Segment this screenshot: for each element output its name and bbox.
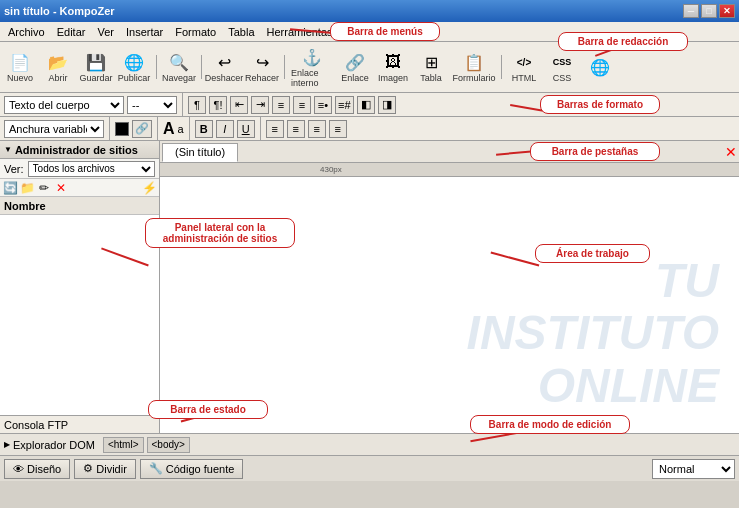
sidebar-file-list[interactable] [0,215,159,415]
tab-label: (Sin título) [175,146,225,158]
sidebar-header: ▼ Administrador de sitios [0,141,159,159]
menu-herramientas[interactable]: Herramientas [261,24,339,40]
sidebar-refresh-btn[interactable]: 🔄 [2,181,18,195]
font-size-small: a [178,123,184,135]
para-mark-btn2[interactable]: ¶! [209,96,227,114]
split-mode-btn[interactable]: ⚙ Dividir [74,459,136,479]
align-btn1[interactable]: ◧ [357,96,375,114]
editor-area[interactable]: TUINSTITUTOONLINE [160,177,739,433]
align-left-btn[interactable]: ≡ [266,120,284,138]
normal-select[interactable]: Normal Cabecera 1 Cabecera 2 Cabecera 3 [652,459,735,479]
enlace-button[interactable]: 🔗 Enlace [337,49,373,85]
tabla-button[interactable]: ⊞ Tabla [413,49,449,85]
bold-btn[interactable]: B [195,120,213,138]
tab-bar: (Sin título) ✕ [160,141,739,163]
style-select[interactable]: Texto del cuerpo [4,96,124,114]
sidebar-view-select[interactable]: Todos los archivos [28,161,155,177]
status-left: ▶ Explorador DOM <html> <body> [4,437,735,453]
underline-btn[interactable]: U [237,120,255,138]
color-swatch[interactable] [115,122,129,136]
mode-bar: 👁 Diseño ⚙ Dividir 🔧 Código fuente Norma… [0,455,739,481]
html-button[interactable]: </> HTML [506,49,542,85]
chain-link-btn[interactable]: 🔗 [132,120,152,138]
enlace-interno-button[interactable]: ⚓ Enlace interno [289,44,335,90]
html-tag-body[interactable]: <body> [147,437,190,453]
html-tags-area: <html> <body> [103,437,190,453]
sidebar-view-label: Ver: [4,163,24,175]
css-label: CSS [553,73,572,83]
html-tag-html[interactable]: <html> [103,437,144,453]
sidebar-toolbar: 🔄 📁 ✏ ✕ ⚡ [0,179,159,197]
imagen-icon: 🖼 [382,51,404,73]
navegar-button[interactable]: 🔍 Navegar [161,49,197,85]
publicar-label: Publicar [118,73,151,83]
html-icon: </> [513,51,535,73]
menu-archivo[interactable]: Archivo [2,24,51,40]
size-select[interactable]: -- [127,96,177,114]
sidebar-delete-btn[interactable]: ✕ [53,181,69,195]
title-bar: sin título - KompoZer ─ □ ✕ [0,0,739,22]
rehacer-button[interactable]: ↪ Rehacer [244,49,280,85]
sidebar-triangle-icon: ▼ [4,145,12,154]
menu-editar[interactable]: Editar [51,24,92,40]
navegar-icon: 🔍 [168,51,190,73]
nuevo-icon: 📄 [9,51,31,73]
deshacer-button[interactable]: ↩ Deshacer [206,49,242,85]
width-select[interactable]: Anchura variable [4,120,104,138]
para-mark-btn[interactable]: ¶ [188,96,206,114]
abrir-label: Abrir [48,73,67,83]
guardar-icon: 💾 [85,51,107,73]
abrir-button[interactable]: 📂 Abrir [40,49,76,85]
guardar-label: Guardar [79,73,112,83]
main-content: ▼ Administrador de sitios Ver: Todos los… [0,141,739,433]
dom-triangle-icon: ▶ [4,440,10,449]
list-btn4[interactable]: ≡# [335,96,354,114]
sidebar-title: Administrador de sitios [15,144,138,156]
menu-formato[interactable]: Formato [169,24,222,40]
sidebar-connect-btn[interactable]: ⚡ [141,181,157,195]
format2-sep-3 [189,117,190,141]
work-area: (Sin título) ✕ 430px TUINSTITUTOONLINE [160,141,739,433]
menu-tabla[interactable]: Tabla [222,24,260,40]
format2-sep-4 [260,117,261,141]
source-icon: 🔧 [149,462,163,475]
minimize-button[interactable]: ─ [683,4,699,18]
publicar-button[interactable]: 🌐 Publicar [116,49,152,85]
list-btn2[interactable]: ≡ [293,96,311,114]
nuevo-label: Nuevo [7,73,33,83]
tab-close-btn[interactable]: ✕ [725,144,737,160]
main-toolbar: 📄 Nuevo 📂 Abrir 💾 Guardar 🌐 Publicar 🔍 N… [0,42,739,93]
align-center-btn[interactable]: ≡ [287,120,305,138]
app-title: sin título - KompoZer [4,5,115,17]
maximize-button[interactable]: □ [701,4,717,18]
editor-bg-text: TUINSTITUTOONLINE [467,255,719,413]
menu-ver[interactable]: Ver [91,24,120,40]
indent-btn1[interactable]: ⇤ [230,96,248,114]
close-button[interactable]: ✕ [719,4,735,18]
design-mode-btn[interactable]: 👁 Diseño [4,459,70,479]
source-mode-btn[interactable]: 🔧 Código fuente [140,459,244,479]
italic-btn[interactable]: I [216,120,234,138]
rehacer-label: Rehacer [245,73,279,83]
dom-explorer-label[interactable]: Explorador DOM [13,439,95,451]
sidebar-edit-btn[interactable]: ✏ [36,181,52,195]
formulario-button[interactable]: 📋 Formulario [451,49,497,85]
menu-insertar[interactable]: Insertar [120,24,169,40]
align-right-btn[interactable]: ≡ [308,120,326,138]
align-justify-btn[interactable]: ≡ [329,120,347,138]
indent-btn2[interactable]: ⇥ [251,96,269,114]
menu-ayuda[interactable]: Ayuda [339,24,382,40]
sidebar-new-btn[interactable]: 📁 [19,181,35,195]
align-btn2[interactable]: ◨ [378,96,396,114]
imagen-button[interactable]: 🖼 Imagen [375,49,411,85]
guardar-button[interactable]: 💾 Guardar [78,49,114,85]
list-btn1[interactable]: ≡ [272,96,290,114]
toolbar-sep-3 [284,55,285,79]
list-btn3[interactable]: ≡• [314,96,332,114]
nuevo-button[interactable]: 📄 Nuevo [2,49,38,85]
dom-explorer: ▶ Explorador DOM [4,439,95,451]
css-button[interactable]: CSS CSS [544,49,580,85]
tab-sin-titulo[interactable]: (Sin título) [162,143,238,162]
web-button[interactable]: 🌐 [582,54,618,80]
web-icon: 🌐 [589,56,611,78]
